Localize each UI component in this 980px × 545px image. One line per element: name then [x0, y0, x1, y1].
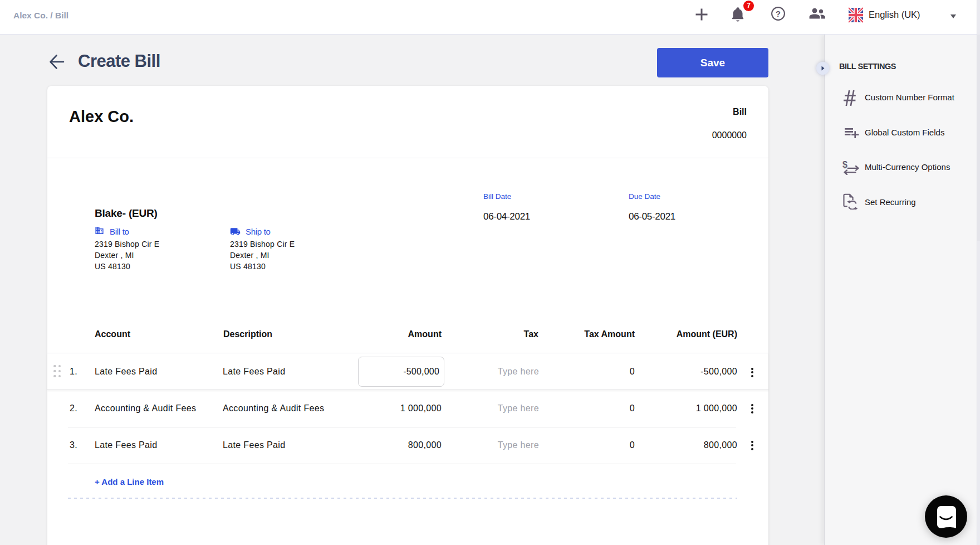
- svg-text:?: ?: [776, 9, 781, 18]
- svg-text:$: $: [842, 160, 847, 169]
